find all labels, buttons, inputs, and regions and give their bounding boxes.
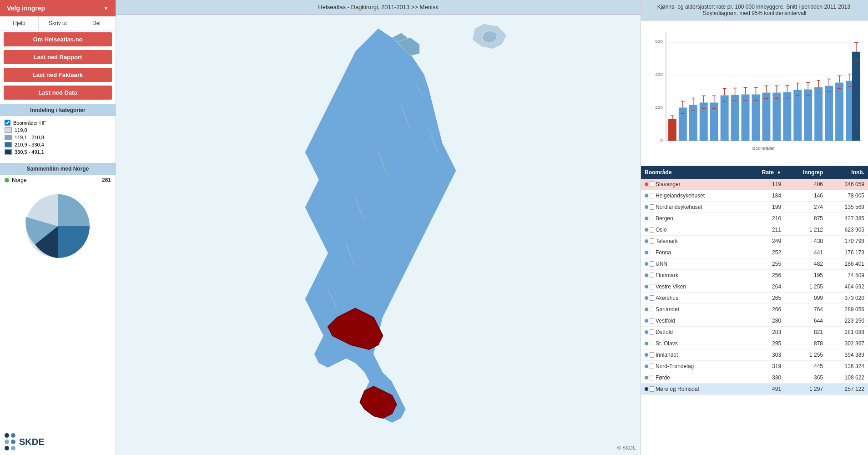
cell-rate: 319 [744,361,785,372]
dot-1 [5,433,9,438]
table-row[interactable]: Finnmark25619574 509 [641,270,868,281]
svg-rect-44 [742,94,750,141]
data-table: Boområde Rate ▼ Inngrep Innb. Stavanger1… [641,166,868,455]
svg-text:600: 600 [655,39,663,44]
cell-innb: 289 056 [827,304,868,315]
compare-row-norge: Norge 261 [0,175,116,185]
om-helseatlas-button[interactable]: Om Helseatlas.no [4,32,112,46]
cell-innb: 302 367 [827,338,868,349]
category-boområder-hf[interactable]: Boområder HF [5,119,111,126]
velg-inngrep-button[interactable]: Velg inngrep ▼ [0,0,116,16]
cell-inngrep: 445 [785,361,827,372]
del-button[interactable]: Del [77,16,116,30]
cell-inngrep: 1 255 [785,349,827,361]
col-header-rate[interactable]: Rate ▼ [744,166,785,179]
cell-inngrep: 406 [785,179,827,190]
chart-title-line1: Kjønns- og aldersjustert rate pr. 100 00… [645,4,864,10]
cell-rate: 265 [744,293,785,304]
cell-innb: 346 059 [827,179,868,190]
cell-rate: 210 [744,213,785,224]
svg-rect-20 [679,107,687,141]
page-icon [650,182,654,187]
table-row[interactable]: Akershus265999373 020 [641,293,868,304]
dot-3 [5,440,9,444]
color-swatch-4 [5,149,12,155]
table-row[interactable]: Nord-Trøndelag319445136 324 [641,361,868,372]
last-ned-data-button[interactable]: Last ned Data [4,86,112,100]
cell-inngrep: 195 [785,270,827,281]
table-row[interactable]: Stavanger119406346 059 [641,179,868,190]
cell-rate: 199 [744,202,785,213]
page-icon [650,341,654,346]
table-row[interactable]: Fonna252441176 173 [641,247,868,258]
cell-innb: 170 798 [827,236,868,247]
svg-rect-48 [752,94,760,141]
cell-innb: 427 385 [827,213,868,224]
table-row[interactable]: Sørlandet266764289 056 [641,304,868,315]
cell-innb: 186 401 [827,258,868,270]
cell-name: Fonna [641,247,744,258]
row-dot-icon [645,296,648,300]
table-row[interactable]: Førde330365108 622 [641,372,868,384]
skde-dots [5,433,15,450]
table-row[interactable]: UNN255482186 401 [641,258,868,270]
col-header-boområde: Boområde [641,166,744,179]
table-row[interactable]: St. Olavs295878302 367 [641,338,868,349]
row-name-label: Innlandet [656,352,678,358]
cell-inngrep: 441 [785,247,827,258]
cell-name: Helgelandsykehuset [641,190,744,202]
table-header-row: Boområde Rate ▼ Inngrep Innb. [641,166,868,179]
row-dot-icon [645,251,648,254]
row-dot-icon [645,205,648,209]
row-name-label: Førde [656,374,670,381]
table-row[interactable]: Bergen210875427 385 [641,213,868,224]
row-name-label: Helgelandsykehuset [656,192,705,199]
table-row[interactable]: Vestfold280644223 250 [641,315,868,327]
row-name-label: Akershus [656,295,678,301]
cell-rate: 119 [744,179,785,190]
row-name-label: Vestfold [656,318,675,324]
norge-label: Norge [12,177,102,183]
page-icon [650,238,654,244]
cell-rate: 252 [744,247,785,258]
row-dot-icon [645,342,648,345]
compare-section: Sammenlikn med Norge Norge 261 [0,160,116,185]
svg-rect-40 [731,95,739,141]
table-row[interactable]: Innlandet3031 255394 389 [641,349,868,361]
table-row[interactable]: Telemark249438170 798 [641,236,868,247]
cell-innb: 176 173 [827,247,868,258]
cell-inngrep: 1 255 [785,281,827,293]
cell-name: Nordlandsykehuset [641,202,744,213]
col-header-innb: Innb. [827,166,868,179]
skriv-ut-button[interactable]: Skriv ut [39,16,77,30]
table-row[interactable]: Møre og Romsdal4911 297257 122 [641,384,868,395]
cell-rate: 256 [744,270,785,281]
bar-chart-svg: 0 200 400 600 [646,25,863,161]
boområder-checkbox[interactable] [5,120,10,126]
svg-rect-17 [668,119,676,141]
cell-name: Vestre Viken [641,281,744,293]
table-row[interactable]: Østfold283821281 088 [641,327,868,338]
toolbar: Hjelp Skriv ut Del [0,16,116,30]
row-dot-icon [645,364,648,368]
cell-name: Bergen [641,213,744,224]
svg-rect-64 [793,90,802,141]
cell-name: UNN [641,258,744,270]
table-row[interactable]: Vestre Viken2641 255464 692 [641,281,868,293]
table-row[interactable]: Oslo2111 212623 905 [641,224,868,236]
norway-map-svg [116,15,641,455]
cell-innb: 623 905 [827,224,868,236]
last-ned-rapport-button[interactable]: Last ned Rapport [4,50,112,64]
col-header-inngrep: Inngrep [785,166,827,179]
last-ned-faktaark-button[interactable]: Last ned Faktaark [4,68,112,82]
table-row[interactable]: Helgelandsykehuset18414678 005 [641,190,868,202]
hjelp-button[interactable]: Hjelp [0,16,39,30]
cell-innb: 74 509 [827,270,868,281]
main-content: Helseatlas - Dagkirurgi, 2011-2013 >> Me… [116,0,641,455]
row-name-label: Oslo [656,227,667,233]
copyright-label: © SKDE [617,445,636,450]
cell-rate: 266 [744,304,785,315]
norge-value: 261 [102,177,111,183]
cell-innb: 281 088 [827,327,868,338]
table-row[interactable]: Nordlandsykehuset199274135 569 [641,202,868,213]
